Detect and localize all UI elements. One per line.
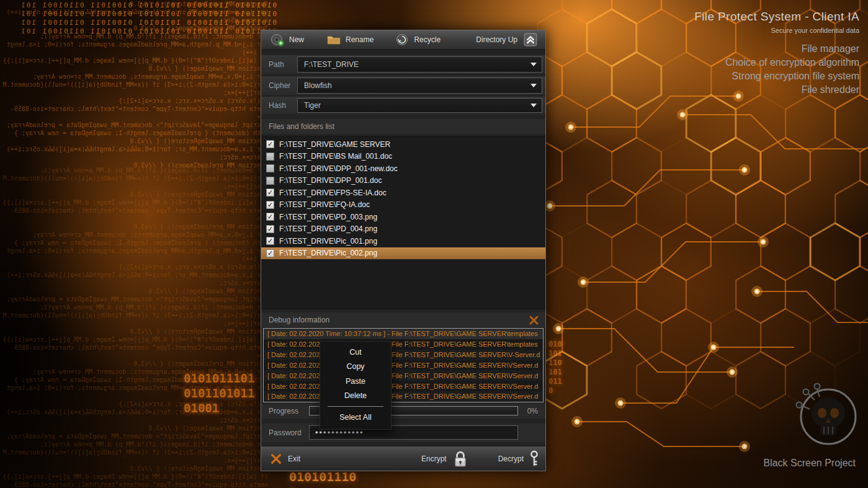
context-menu-item-paste[interactable]: Paste	[320, 374, 391, 389]
background-binary-texture: 0101011101010110101101001	[184, 371, 258, 415]
background-code-texture: var d=document; if(d.images){ if(!d.MM_p…	[0, 166, 268, 488]
file-checkbox[interactable]	[266, 153, 274, 161]
file-row[interactable]: ✓F:\TEST_DRIVE\Pic_001.png	[261, 235, 545, 247]
key-icon	[529, 450, 539, 468]
debug-header: Debug information	[261, 313, 545, 327]
file-path: F:\TEST_DRIVE\Pic_001.png	[279, 237, 377, 246]
file-row[interactable]: ✓F:\TEST_DRIVE\FQ-IA.doc	[261, 199, 545, 211]
new-icon	[270, 32, 285, 47]
debug-log-entry: [ Date: 02.02.2020 Time: 10:37:12 ms ] -…	[264, 370, 543, 381]
folder-icon	[326, 32, 341, 47]
file-checkbox[interactable]	[266, 177, 274, 185]
file-row[interactable]: ✓F:\TEST_DRIVE\FPS-SE-IA.doc	[261, 187, 545, 199]
debug-close-button[interactable]	[527, 314, 540, 326]
hash-value: Tiger	[304, 101, 321, 110]
file-path: F:\TEST_DRIVE\Pic_002.png	[279, 249, 377, 257]
rename-button[interactable]: Rename	[324, 32, 376, 47]
file-path: F:\TEST_DRIVE\DPP_001-new.doc	[279, 164, 398, 173]
file-row[interactable]: ✓F:\TEST_DRIVE\Pic_002.png	[261, 247, 545, 260]
path-value: F:\TEST_DRIVE	[304, 60, 359, 69]
debug-log-list[interactable]: [ Date: 02.02.2020 Time: 10:37:12 ms ] -…	[263, 328, 544, 402]
context-menu-item-select-all[interactable]: Select All	[320, 409, 391, 425]
path-row: Path F:\TEST_DRIVE	[261, 55, 545, 74]
hash-label: Hash	[269, 97, 286, 114]
file-checkbox[interactable]: ✓	[266, 189, 274, 197]
file-path: F:\TEST_DRIVE\BS Mail_001.doc	[279, 152, 392, 161]
file-row[interactable]: F:\TEST_DRIVE\DPP_001-new.doc	[261, 162, 545, 175]
feature-line: Choice of encryption algorithm	[694, 56, 859, 69]
encrypt-label: Encrypt	[421, 455, 447, 463]
file-row[interactable]: ✓F:\TEST_DRIVE\PD_003.png	[261, 211, 545, 223]
decrypt-label: Decrypt	[498, 455, 524, 463]
cipher-value: Blowfish	[304, 81, 332, 90]
skull-logo-icon	[794, 441, 858, 452]
file-checkbox[interactable]: ✓	[266, 140, 274, 148]
chevron-double-up-icon	[523, 32, 538, 47]
file-row[interactable]: F:\TEST_DRIVE\DPP_001.doc	[261, 175, 545, 187]
debug-log-entry: [ Date: 02.02.2020 Time: 10:37:12 ms ] -…	[264, 350, 543, 360]
background-binary-texture: 01011010 11010010 10110101 01001011 0110…	[22, 1, 277, 37]
context-menu-separator	[328, 406, 383, 407]
feature-line: Strong encryption file system	[694, 69, 859, 83]
recycle-label: Recycle	[414, 35, 441, 44]
hash-row: Hash Tiger	[261, 97, 545, 114]
file-checkbox[interactable]: ✓	[266, 225, 274, 233]
cipher-row: Cipher Blowfish	[261, 76, 545, 95]
file-row[interactable]: ✓F:\TEST_DRIVE\PD_004.png	[261, 223, 545, 236]
chevron-down-icon	[530, 63, 537, 66]
debug-log-entry: [ Date: 02.02.2020 Time: 10:37:12 ms ] -…	[264, 339, 543, 350]
context-menu-items: CutCopyPasteDelete	[320, 345, 391, 403]
progress-label: Progress	[269, 404, 298, 419]
chevron-down-icon	[530, 104, 537, 107]
exit-button[interactable]: Exit	[270, 446, 300, 471]
files-header: Files and folders list	[261, 119, 545, 134]
file-checkbox[interactable]: ✓	[266, 249, 274, 257]
file-checkbox[interactable]: ✓	[266, 213, 274, 221]
decrypt-button[interactable]: Decrypt	[498, 446, 539, 471]
file-path: F:\TEST_DRIVE\PD_004.png	[279, 224, 377, 233]
path-label: Path	[269, 55, 284, 74]
directory-up-button[interactable]: Directory Up	[473, 32, 540, 47]
file-checkbox[interactable]: ✓	[266, 201, 274, 209]
file-list: ✓F:\TEST_DRIVE\GAME SERVERF:\TEST_DRIVE\…	[261, 136, 545, 309]
exit-label: Exit	[288, 455, 300, 463]
context-menu-item-cut[interactable]: Cut	[320, 345, 391, 360]
files-header-label: Files and folders list	[269, 122, 334, 131]
project-name: Black Screen Project	[763, 458, 858, 469]
directory-up-label: Directory Up	[476, 35, 517, 44]
cipher-dropdown[interactable]: Blowfish	[297, 78, 542, 94]
background-binary-texture: 0101011101010110	[548, 340, 565, 396]
new-button[interactable]: New	[267, 32, 306, 47]
file-path: F:\TEST_DRIVE\DPP_001.doc	[279, 176, 382, 185]
app-subtitle: Secure your confidential data	[694, 27, 859, 34]
encrypt-button[interactable]: Encrypt	[421, 446, 468, 471]
file-path: F:\TEST_DRIVE\FQ-IA.doc	[279, 200, 370, 209]
file-row[interactable]: F:\TEST_DRIVE\BS Mail_001.doc	[261, 151, 545, 163]
password-label: Password	[269, 424, 302, 442]
feature-line: File manager	[694, 42, 859, 56]
rename-label: Rename	[346, 35, 374, 44]
new-label: New	[289, 35, 304, 44]
file-row[interactable]: ✓F:\TEST_DRIVE\GAME SERVER	[261, 138, 545, 151]
close-icon	[529, 315, 539, 326]
brand-block: File Protect System - Client IA Secure y…	[694, 10, 859, 97]
file-checkbox[interactable]	[266, 164, 274, 172]
file-path: F:\TEST_DRIVE\PD_003.png	[279, 213, 377, 221]
path-dropdown[interactable]: F:\TEST_DRIVE	[297, 56, 542, 73]
recycle-button[interactable]: Recycle	[392, 32, 443, 47]
hash-dropdown[interactable]: Tiger	[297, 98, 542, 113]
file-path: F:\TEST_DRIVE\FPS-SE-IA.doc	[279, 189, 387, 197]
debug-header-label: Debug information	[269, 316, 329, 324]
file-checkbox[interactable]: ✓	[266, 237, 274, 245]
file-path: F:\TEST_DRIVE\GAME SERVER	[279, 140, 390, 149]
context-menu-item-delete[interactable]: Delete	[320, 389, 391, 404]
main-toolbar: New Rename	[261, 30, 545, 50]
background-binary-texture: 0101011101	[289, 469, 364, 488]
desktop-background: function MM_swapImgRestore() { //v3.0 va…	[0, 0, 868, 488]
padlock-icon	[452, 450, 468, 468]
context-menu-item-copy[interactable]: Copy	[320, 360, 391, 375]
chevron-down-icon	[530, 84, 537, 87]
file-protect-window: New Rename	[261, 30, 546, 471]
app-title: File Protect System - Client IA	[694, 10, 859, 24]
debug-log-entry: [ Date: 02.02.2020 Time: 10:37:12 ms ] -…	[264, 391, 543, 402]
